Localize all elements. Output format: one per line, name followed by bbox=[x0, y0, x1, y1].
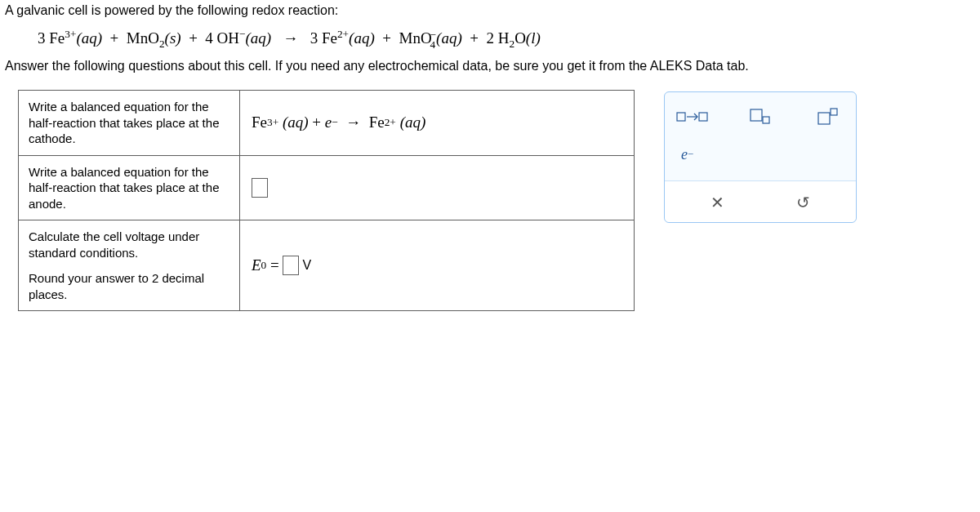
svg-rect-2 bbox=[699, 113, 707, 121]
clear-button[interactable]: ✕ bbox=[705, 191, 731, 214]
question-prompt: Answer the following questions about thi… bbox=[5, 59, 980, 73]
empty-input-box[interactable] bbox=[252, 178, 268, 198]
electron-symbol-icon[interactable]: e− bbox=[675, 143, 717, 166]
voltage-prompt: Calculate the cell voltage under standar… bbox=[19, 220, 240, 310]
answer-table: Write a balanced equation for the half-r… bbox=[18, 90, 635, 311]
arrow-template-icon[interactable] bbox=[675, 105, 710, 128]
cathode-answer-field[interactable]: Fe3+ (aq) + e− → Fe2+ (aq) bbox=[240, 91, 634, 155]
voltage-answer-field[interactable]: E0 = V bbox=[240, 220, 634, 310]
problem-intro: A galvanic cell is powered by the follow… bbox=[5, 3, 980, 18]
svg-rect-5 bbox=[818, 113, 830, 124]
cathode-prompt: Write a balanced equation for the half-r… bbox=[19, 91, 240, 155]
voltage-input-box[interactable] bbox=[283, 256, 299, 275]
undo-button[interactable]: ↺ bbox=[791, 191, 817, 214]
subscript-template-icon[interactable] bbox=[742, 105, 778, 128]
svg-rect-6 bbox=[831, 109, 837, 115]
overall-reaction: 3 Fe3+(aq) + MnO2(s) + 4 OH−(aq) → 3 Fe2… bbox=[38, 28, 980, 51]
superscript-template-icon[interactable] bbox=[810, 105, 846, 128]
svg-rect-4 bbox=[763, 117, 769, 123]
anode-answer-field[interactable] bbox=[240, 156, 634, 220]
svg-rect-0 bbox=[677, 113, 685, 121]
symbol-palette: e− ✕ ↺ bbox=[664, 91, 857, 223]
svg-rect-3 bbox=[751, 109, 762, 121]
anode-prompt: Write a balanced equation for the half-r… bbox=[19, 156, 240, 220]
